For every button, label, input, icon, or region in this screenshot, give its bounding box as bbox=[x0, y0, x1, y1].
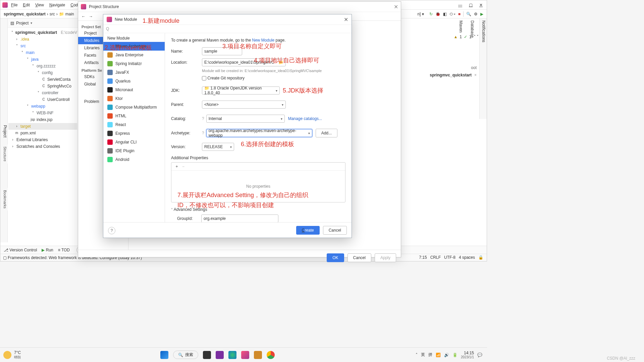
help-icon[interactable]: ? bbox=[108, 227, 115, 234]
cancel-button[interactable]: Cancel bbox=[347, 253, 371, 262]
browse-icon[interactable]: 📁 bbox=[278, 60, 283, 65]
external-libs[interactable]: External Libraries bbox=[16, 136, 48, 143]
close-icon[interactable]: ✕ bbox=[344, 16, 348, 23]
breadcrumb-project[interactable]: springmvc_quickstart bbox=[4, 12, 46, 16]
version-select[interactable]: RELEASE▾ bbox=[202, 143, 234, 151]
parent-select[interactable]: <None>▾ bbox=[202, 101, 286, 109]
tree-item[interactable]: ˅main bbox=[8, 49, 77, 56]
tree-item[interactable]: ˅webapp bbox=[8, 103, 77, 110]
menu-file[interactable]: File bbox=[9, 2, 19, 8]
notification-icon[interactable]: 💬 bbox=[477, 353, 482, 357]
chrome-icon[interactable] bbox=[267, 351, 275, 359]
apply-button[interactable]: Apply bbox=[375, 253, 396, 262]
groupid-field[interactable]: org.example bbox=[201, 215, 278, 222]
volume-icon[interactable]: 🔊 bbox=[444, 353, 449, 357]
left-tab-project[interactable]: Project bbox=[3, 125, 7, 137]
clock-time[interactable]: 14:15 bbox=[461, 351, 474, 355]
todo-tab[interactable]: ≡ TOD bbox=[58, 248, 70, 252]
archetype-select[interactable]: org.apache.maven.archetypes:maven-archet… bbox=[206, 129, 312, 137]
right-tab-notifications[interactable]: Notifications bbox=[481, 20, 486, 117]
generator-item[interactable]: Express bbox=[103, 129, 165, 138]
profiler-icon[interactable]: ⏲▾ bbox=[449, 12, 455, 16]
generator-item[interactable]: Spring Initializr bbox=[103, 59, 165, 68]
search-icon[interactable]: 🔍 bbox=[466, 12, 471, 16]
line-sep[interactable]: CRLF bbox=[430, 255, 441, 260]
tree-item[interactable]: ˅controller bbox=[8, 89, 77, 96]
generator-item[interactable]: Ktor bbox=[103, 94, 165, 103]
intellij-icon[interactable] bbox=[241, 351, 249, 359]
app-icon[interactable] bbox=[254, 351, 262, 359]
scratches[interactable]: Scratches and Consoles bbox=[16, 143, 60, 150]
advanced-settings[interactable]: Advanced Settings bbox=[174, 207, 207, 212]
generator-item[interactable]: Angular CLI bbox=[103, 138, 165, 146]
encoding[interactable]: UTF-8 bbox=[444, 255, 455, 260]
breadcrumb-main[interactable]: main bbox=[65, 12, 74, 16]
tree-item[interactable]: ˅WEB-INF bbox=[8, 110, 77, 116]
ime-lang[interactable]: 英 bbox=[421, 352, 425, 358]
add-archetype-button[interactable]: Add... bbox=[316, 129, 337, 137]
breadcrumb-src[interactable]: src bbox=[50, 12, 55, 16]
generator-item[interactable]: Android bbox=[103, 155, 165, 164]
chevron-down-icon[interactable]: ▾ bbox=[31, 21, 32, 25]
back-icon[interactable]: ← bbox=[82, 14, 86, 19]
lock-icon[interactable]: 🔒 bbox=[478, 255, 483, 260]
generator-item[interactable]: Java Enterprise bbox=[103, 51, 165, 59]
generator-item[interactable]: HTML bbox=[103, 112, 165, 120]
add-prop-icon[interactable]: ＋ bbox=[175, 164, 179, 169]
tree-item[interactable]: jspindex.jsp bbox=[8, 116, 77, 123]
onenote-icon[interactable] bbox=[216, 351, 224, 359]
cancel-button[interactable]: Cancel bbox=[323, 226, 347, 235]
project-tree[interactable]: ˅springmvc_quickstart E:\codeV ›.idea˅sr… bbox=[8, 28, 78, 151]
minimize-icon[interactable]: — bbox=[456, 2, 464, 8]
close-icon[interactable]: ✕ bbox=[477, 2, 485, 8]
indent[interactable]: 4 spaces bbox=[459, 255, 475, 260]
run-tab[interactable]: ▶ Run bbox=[42, 248, 53, 252]
close-icon[interactable]: ✕ bbox=[394, 4, 398, 10]
tray-chevron-icon[interactable]: ˄ bbox=[416, 353, 418, 357]
left-tab-bookmarks[interactable]: Bookmarks bbox=[0, 188, 8, 210]
coverage-icon[interactable]: ◧ bbox=[443, 12, 447, 16]
new-module-link[interactable]: New Module bbox=[252, 38, 274, 43]
taskbar-search[interactable]: 🔍 搜索 bbox=[173, 351, 198, 359]
location-field[interactable]: E:\code\workspace_idea01\SpringMVC📁 bbox=[202, 58, 286, 66]
sync-icon[interactable]: ↻ bbox=[429, 12, 433, 16]
weather-icon[interactable] bbox=[3, 351, 11, 359]
project-panel-title[interactable]: Project bbox=[16, 21, 29, 25]
tab-close-icon[interactable]: × bbox=[474, 73, 477, 77]
maximize-icon[interactable]: ▢ bbox=[467, 2, 475, 8]
tree-item[interactable]: ˅java bbox=[8, 56, 77, 63]
generator-item[interactable]: Compose Multiplatform bbox=[103, 103, 165, 112]
tree-item[interactable]: ›target bbox=[8, 123, 77, 130]
tree-item[interactable]: ˅org.zzzzzz bbox=[8, 63, 77, 69]
generator-search[interactable]: Q bbox=[103, 24, 352, 33]
start-icon[interactable] bbox=[160, 351, 168, 359]
bug-icon[interactable]: 🐞 bbox=[435, 12, 440, 16]
git-checkbox[interactable] bbox=[202, 76, 206, 80]
tree-item[interactable]: CServletConta bbox=[8, 76, 77, 83]
name-field[interactable]: sample bbox=[202, 47, 242, 55]
stop-icon[interactable]: ■ bbox=[458, 12, 461, 16]
manage-catalogs-link[interactable]: Manage catalogs... bbox=[288, 116, 322, 121]
tree-item[interactable]: ˅config bbox=[8, 69, 77, 76]
ok-button[interactable]: OK bbox=[327, 253, 344, 262]
ime-mode[interactable]: 拼 bbox=[428, 352, 432, 358]
edge-icon[interactable] bbox=[228, 351, 236, 359]
generator-item[interactable]: Maven Archetype bbox=[103, 42, 165, 51]
left-tab-structure[interactable]: Structure bbox=[0, 144, 8, 164]
generator-item[interactable]: JavaFX bbox=[103, 68, 165, 77]
right-tab-maven[interactable]: Maven bbox=[459, 20, 463, 117]
run-config[interactable]: n] ▾ bbox=[415, 11, 426, 17]
battery-icon[interactable]: 🔋 bbox=[452, 353, 458, 357]
tree-item[interactable]: mpom.xml bbox=[8, 130, 77, 136]
menu-edit[interactable]: Edit bbox=[21, 2, 32, 8]
tree-item[interactable]: CUserControll bbox=[8, 96, 77, 103]
run-icon[interactable]: ▶ bbox=[480, 12, 483, 16]
menu-navigate[interactable]: Navigate bbox=[47, 2, 67, 8]
taskview-icon[interactable] bbox=[203, 351, 211, 359]
tree-item[interactable]: CSpringMvcCo bbox=[8, 83, 77, 89]
generator-item[interactable]: React bbox=[103, 120, 165, 129]
menu-view[interactable]: View bbox=[33, 2, 46, 8]
generator-item[interactable]: Quarkus bbox=[103, 77, 165, 85]
version-control-tab[interactable]: ⎇ Version Control bbox=[4, 248, 37, 252]
editor-tab[interactable]: springmvc_quickstart bbox=[430, 73, 472, 77]
